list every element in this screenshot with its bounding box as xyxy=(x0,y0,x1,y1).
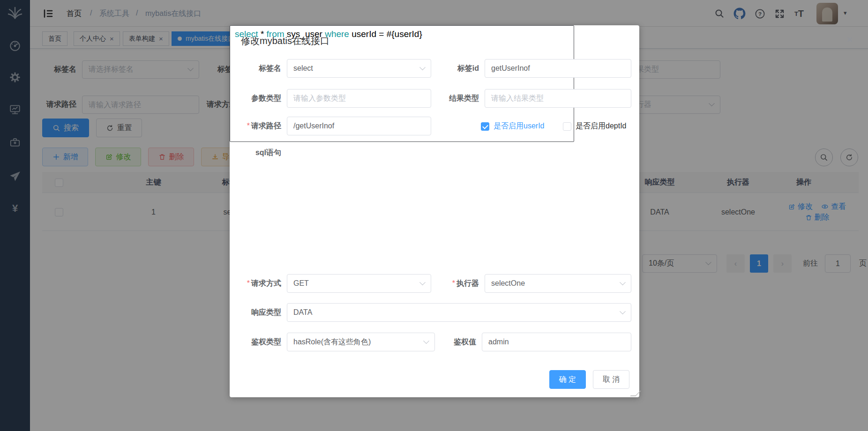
request-method-label: *请求方式 xyxy=(230,274,281,293)
enable-deptid-checkbox[interactable]: 是否启用deptId xyxy=(563,121,626,131)
executor-select[interactable]: selectOne xyxy=(485,274,631,293)
confirm-button[interactable]: 确 定 xyxy=(549,370,586,389)
chevron-down-icon xyxy=(620,279,626,285)
sql-label: sql语句 xyxy=(230,145,281,161)
response-type-label: 响应类型 xyxy=(230,303,281,322)
auth-value-label: 鉴权值 xyxy=(408,333,476,351)
result-type-label: 结果类型 xyxy=(408,89,479,108)
request-path-input[interactable] xyxy=(287,117,431,135)
tag-name-label: 标签名 xyxy=(230,59,281,78)
cancel-button[interactable]: 取 消 xyxy=(593,370,629,389)
auth-value-input[interactable] xyxy=(482,333,631,351)
tag-id-label: 标签id xyxy=(408,59,479,78)
auth-type-label: 鉴权类型 xyxy=(230,333,281,351)
edit-mybatis-dialog: 修改mybatis在线接口 × 标签名 select 标签id 参数类型 结果类… xyxy=(230,25,639,397)
chevron-down-icon xyxy=(620,308,626,314)
param-type-label: 参数类型 xyxy=(230,89,281,108)
dialog-close-icon[interactable]: × xyxy=(843,33,857,47)
request-path-label: *请求路径 xyxy=(230,117,281,135)
dialog-title: 修改mybatis在线接口 xyxy=(241,35,329,47)
checkbox-checked-icon[interactable] xyxy=(481,122,489,131)
enable-userid-checkbox[interactable]: 是否启用userId xyxy=(481,121,544,131)
response-type-select[interactable]: DATA xyxy=(287,303,631,322)
executor-label: *执行器 xyxy=(408,274,479,293)
result-type-input[interactable] xyxy=(485,89,631,108)
checkbox-unchecked-icon[interactable] xyxy=(563,122,571,131)
tag-id-input[interactable] xyxy=(485,59,631,78)
